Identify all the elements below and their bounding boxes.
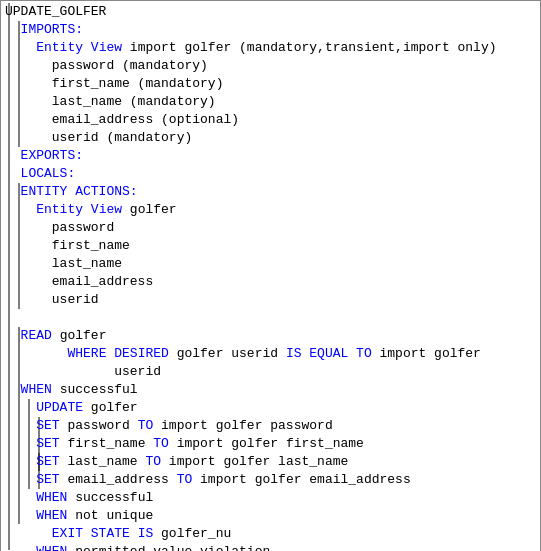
code-line-7: email_address (optional) [1, 111, 540, 129]
code-line-16: email_address [1, 273, 540, 291]
code-line-5: first_name (mandatory) [1, 75, 540, 93]
code-line-23: UPDATE golfer [1, 399, 540, 417]
code-line-27: SET email_address TO import golfer email… [1, 471, 540, 489]
code-line-2: IMPORTS: [1, 21, 540, 39]
code-line-10: LOCALS: [1, 165, 540, 183]
code-line-15: last_name [1, 255, 540, 273]
code-line-1: UPDATE_GOLFER [1, 3, 540, 21]
code-line-21: userid [1, 363, 540, 381]
code-view: UPDATE_GOLFER IMPORTS: Entity View impor… [0, 0, 541, 551]
code-line-29: WHEN not unique [1, 507, 540, 525]
code-line-4: password (mandatory) [1, 57, 540, 75]
code-line-25: SET first_name TO import golfer first_na… [1, 435, 540, 453]
code-line-19: READ golfer [1, 327, 540, 345]
code-line-20: WHERE DESIRED golfer userid IS EQUAL TO … [1, 345, 540, 363]
code-line-28: WHEN successful [1, 489, 540, 507]
code-line-18 [1, 309, 540, 327]
code-line-6: last_name (mandatory) [1, 93, 540, 111]
code-line-30: EXIT STATE IS golfer_nu [1, 525, 540, 543]
code-line-8: userid (mandatory) [1, 129, 540, 147]
code-line-13: password [1, 219, 540, 237]
code-line-11: ENTITY ACTIONS: [1, 183, 540, 201]
code-line-17: userid [1, 291, 540, 309]
code-line-22: WHEN successful [1, 381, 540, 399]
code-line-3: Entity View import golfer (mandatory,tra… [1, 39, 540, 57]
code-line-24: SET password TO import golfer password [1, 417, 540, 435]
code-line-26: SET last_name TO import golfer last_name [1, 453, 540, 471]
code-line-12: Entity View golfer [1, 201, 540, 219]
code-line-9: EXPORTS: [1, 147, 540, 165]
code-line-14: first_name [1, 237, 540, 255]
code-line-31: WHEN permitted value violation [1, 543, 540, 551]
